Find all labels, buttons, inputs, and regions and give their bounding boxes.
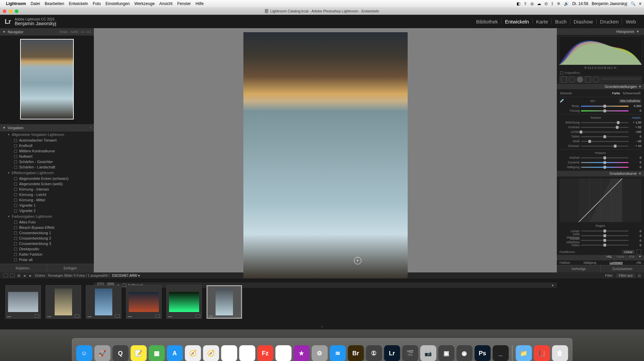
dock-app-1password[interactable]: ① [366, 345, 382, 361]
preset-item[interactable]: Crossentwicklung 2 [0, 236, 94, 241]
slider-value[interactable]: 0 [630, 229, 641, 233]
app-menu[interactable]: Lightroom [6, 1, 26, 6]
slider-value[interactable]: 0 [630, 165, 641, 169]
menu-einstellungen[interactable]: Einstellungen [106, 1, 130, 6]
crop-tool[interactable] [561, 76, 567, 83]
nav-fwd-icon[interactable]: ► [29, 274, 32, 277]
dock-app-maps[interactable]: 🧭 [185, 345, 201, 361]
module-buch[interactable]: Buch [552, 19, 570, 24]
preset-item[interactable]: Körnung - Intensiv [0, 187, 94, 192]
add-preset-icon[interactable]: + [90, 126, 91, 130]
edit-point-curve-icon[interactable] [637, 250, 641, 254]
preset-item[interactable]: Polar alt [0, 257, 94, 262]
preset-item[interactable]: Abgerundete Ecken (weiß) [0, 181, 94, 187]
graduated-filter-tool[interactable] [585, 76, 591, 83]
preset-item[interactable]: Crossentwicklung 1 [0, 230, 94, 236]
nav-back-icon[interactable]: ◄ [23, 274, 26, 277]
filmstrip-filename[interactable]: DSC03467.ARW ▾ [112, 274, 140, 277]
filmstrip-thumb[interactable]: ••••• [46, 285, 81, 319]
dock-app-finder[interactable]: ☺ [76, 345, 92, 361]
color-tab[interactable]: Farbe [614, 255, 627, 260]
dock-app-pdf[interactable]: 📕 [534, 345, 550, 361]
dock-app-safari[interactable]: 🧭 [203, 345, 219, 361]
slider-track[interactable] [581, 245, 629, 246]
status-icon[interactable]: ◧ [517, 1, 520, 6]
slider-track[interactable] [581, 136, 629, 137]
dock-app-openoffice[interactable]: ≋ [330, 345, 346, 361]
previous-button[interactable]: Vorherige [557, 265, 600, 272]
slider-value[interactable]: 0 [630, 109, 641, 112]
menu-datei[interactable]: Datei [31, 1, 40, 6]
menu-ansicht[interactable]: Ansicht [159, 1, 172, 6]
preset-item[interactable]: Nullwert [0, 154, 94, 159]
slider-value[interactable]: 0 [630, 135, 641, 138]
menu-werkzeuge[interactable]: Werkzeuge [134, 1, 155, 6]
preset-item[interactable]: Schärfen - Landschaft [0, 164, 94, 170]
wb-dropdown[interactable]: Wie Aufnahme [619, 99, 641, 103]
slider-track[interactable] [581, 122, 629, 123]
filter-lock-icon[interactable]: ⊡ [638, 274, 641, 277]
second-monitor-icon[interactable] [3, 273, 8, 277]
hue-subtab[interactable]: Farbton [560, 261, 570, 264]
filmstrip-thumb[interactable]: ••••• [166, 285, 202, 319]
slider-track[interactable] [581, 110, 629, 111]
dock-app-lightroom[interactable]: Lr [384, 345, 400, 361]
menu-entwickeln[interactable]: Entwickeln [69, 1, 88, 6]
preset-item[interactable]: Automatischer Tonwert [0, 138, 94, 143]
user-menu[interactable]: Benjamin Jaworskyj [592, 1, 627, 6]
histogram-header[interactable]: Histogramm▼ [557, 28, 644, 35]
preset-item[interactable]: Kalter Farbton [0, 252, 94, 257]
preset-item[interactable]: Abgerundete Ecken (schwarz) [0, 176, 94, 181]
slider-value[interactable]: 5.950 [630, 104, 641, 108]
all-subtab[interactable]: Alle [636, 261, 641, 264]
wifi-icon[interactable]: ⚞ [557, 1, 561, 6]
nav-zoom-option[interactable]: Einpa. [60, 30, 68, 34]
reset-button[interactable]: Zurücksetzen [600, 265, 644, 272]
filmstrip-thumb[interactable]: ••••• [86, 285, 121, 319]
dock-app-grab[interactable]: 📷 [420, 345, 436, 361]
grid-icon[interactable]: ⊞ [17, 274, 20, 277]
slider-track[interactable] [581, 106, 629, 107]
preset-item[interactable]: Altes Foto [0, 219, 94, 225]
menu-fenster[interactable]: Fenster [177, 1, 191, 6]
preset-item[interactable]: Körnung - Mittel [0, 197, 94, 203]
status-icon[interactable]: ⊙ [544, 1, 548, 6]
filmstrip-thumb[interactable]: ••••• [126, 285, 162, 319]
preset-item[interactable]: Direktpositiv [0, 246, 94, 252]
slider-track[interactable] [581, 132, 629, 133]
nav-zoom-option[interactable]: Ausfü. [70, 30, 79, 34]
slider-track[interactable] [581, 230, 629, 231]
dock-app-trash[interactable]: 🗑 [552, 345, 568, 361]
dock-app-photoshop[interactable]: Ps [474, 345, 490, 361]
dock-app-quicktime[interactable]: Q [112, 345, 128, 361]
navigator-header[interactable]: ▼ Navigator Einpa.Ausfü.1:13:1 [0, 28, 94, 36]
status-icon[interactable]: ◎ [530, 1, 534, 6]
dock-app-calendar[interactable]: 18 [221, 345, 237, 361]
redeye-tool[interactable] [577, 76, 583, 83]
point-curve-dropdown[interactable]: Linear [622, 250, 635, 254]
slider-track[interactable] [581, 235, 629, 236]
clock[interactable]: Di. 14:56 [572, 1, 588, 6]
slider-track[interactable] [581, 127, 629, 128]
status-icon[interactable]: ☁ [537, 1, 541, 6]
filmstrip-collapse[interactable]: ▼ [0, 325, 644, 329]
slider-track[interactable] [581, 157, 629, 158]
hsl-header[interactable]: HSL Farbe S/W ▼ [557, 255, 644, 260]
navigator-preview[interactable] [0, 36, 94, 124]
preset-item[interactable]: Schärfen - Gesichter [0, 159, 94, 164]
presets-header[interactable]: ▼ Vorgaben + [0, 124, 94, 132]
menu-hilfe[interactable]: Hilfe [195, 1, 203, 6]
module-bibliothek[interactable]: Bibliothek [473, 19, 502, 24]
slider-track[interactable] [581, 162, 629, 163]
toolbar-expand[interactable]: ▾ [552, 283, 553, 287]
lum-subtab[interactable]: Luminanz [610, 261, 623, 264]
dock-app-notes[interactable]: 📝 [130, 345, 147, 361]
paste-settings-button[interactable]: Einfügen [47, 264, 94, 272]
treatment-bw[interactable]: Schwarzweiß [623, 92, 641, 95]
status-icon[interactable]: ⇪ [524, 1, 527, 6]
menu-foto[interactable]: Foto [93, 1, 101, 6]
brush-tool[interactable] [601, 79, 640, 80]
preset-item[interactable]: Kraftvoll [0, 143, 94, 148]
slider-track[interactable] [581, 141, 629, 142]
bluetooth-icon[interactable]: ᛒ [551, 1, 553, 6]
